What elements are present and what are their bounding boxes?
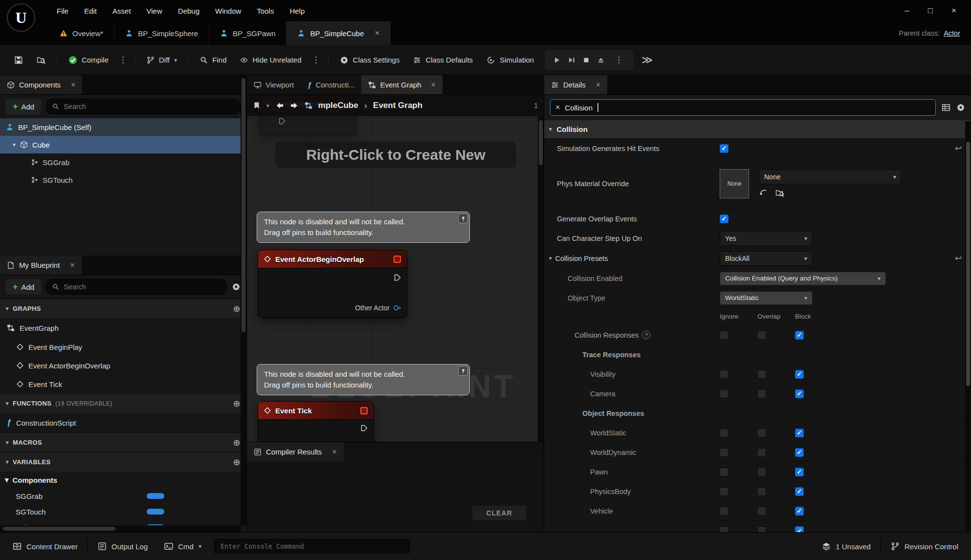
checkbox-ignore[interactable] xyxy=(720,507,728,516)
scrollbar-thumb[interactable] xyxy=(966,142,970,386)
maximize-button[interactable]: □ xyxy=(921,3,940,18)
tab-viewport[interactable]: Viewport xyxy=(247,75,301,94)
expander-icon[interactable]: ▾ xyxy=(549,255,552,261)
construction-script-item[interactable]: ƒ ConstructionScript xyxy=(0,413,246,432)
macros-section-header[interactable]: ▾ MACROS ⊕ xyxy=(0,432,246,452)
node-event-tick[interactable]: Event Tick xyxy=(258,401,374,442)
console-command-box[interactable] xyxy=(214,539,410,554)
use-selected-asset-icon[interactable] xyxy=(759,189,768,197)
display-options-icon[interactable] xyxy=(942,103,950,112)
simulation-button[interactable]: Simulation xyxy=(480,49,540,71)
pushpin-icon[interactable] xyxy=(458,366,468,376)
close-tab-icon[interactable]: × xyxy=(375,28,380,38)
close-icon[interactable]: × xyxy=(332,448,336,456)
variables-section-header[interactable]: ▾ VARIABLES ⊕ xyxy=(0,452,246,472)
components-search[interactable] xyxy=(46,99,241,114)
tree-item-sggrab[interactable]: SGGrab xyxy=(0,153,246,171)
checkbox-block[interactable] xyxy=(795,389,804,398)
left-vertical-scrollbar[interactable] xyxy=(241,75,246,525)
checkbox-block[interactable] xyxy=(795,526,804,532)
revert-icon[interactable]: ↩ xyxy=(955,143,962,153)
find-button[interactable]: Find xyxy=(194,49,233,71)
checkbox-block[interactable] xyxy=(795,468,804,476)
hide-unrelated-button[interactable]: Hide Unrelated xyxy=(234,49,308,71)
other-actor-pin[interactable]: Other Actor xyxy=(355,304,402,312)
tree-item-self[interactable]: BP_SimpleCube (Self) xyxy=(0,118,246,136)
pushpin-icon[interactable] xyxy=(458,214,468,223)
event-tick-item[interactable]: Event Tick xyxy=(0,375,246,393)
collision-presets-dropdown[interactable]: BlockAll ▾ xyxy=(720,251,813,266)
checkbox-overlap[interactable] xyxy=(757,507,766,516)
checkbox-block[interactable] xyxy=(795,507,804,516)
event-actorbeginoverlap-item[interactable]: Event ActorBeginOverlap xyxy=(0,356,246,375)
checkbox-overlap[interactable] xyxy=(757,526,766,532)
play-icon[interactable] xyxy=(553,56,561,64)
tab-components[interactable]: Components × xyxy=(0,75,82,94)
tab-compiler-results[interactable]: Compiler Results × xyxy=(247,442,344,461)
tab-event-graph[interactable]: Event Graph × xyxy=(361,75,442,94)
help-icon[interactable]: ? xyxy=(642,331,650,339)
bookmark-icon[interactable] xyxy=(253,102,261,109)
checkbox-ignore[interactable] xyxy=(720,389,728,398)
revert-icon[interactable]: ↩ xyxy=(955,253,962,263)
add-component-button[interactable]: + Add xyxy=(6,99,41,114)
tab-construction-script[interactable]: ƒ Constructi... xyxy=(301,75,361,94)
browse-to-asset-icon[interactable] xyxy=(775,189,784,197)
checkbox-block[interactable] xyxy=(795,448,804,457)
phys-material-dropdown[interactable]: None ▾ xyxy=(759,170,902,184)
add-macro-icon[interactable]: ⊕ xyxy=(233,437,241,448)
exec-pin-icon[interactable] xyxy=(361,425,368,431)
details-search-box[interactable]: × Collision xyxy=(550,99,936,116)
event-graph-item[interactable]: EventGraph xyxy=(0,318,246,338)
menu-view[interactable]: View xyxy=(139,0,170,22)
scrollbar-thumb[interactable] xyxy=(3,527,115,531)
close-icon[interactable]: × xyxy=(431,81,436,89)
minimize-button[interactable]: – xyxy=(898,3,916,18)
class-settings-button[interactable]: Class Settings xyxy=(333,49,406,71)
unreal-logo[interactable]: U xyxy=(7,3,35,32)
parent-class-link[interactable]: Actor xyxy=(944,29,960,37)
scrollbar-thumb[interactable] xyxy=(539,120,543,165)
exec-pin-icon[interactable] xyxy=(279,118,286,125)
play-options-icon[interactable]: ⋮ xyxy=(612,55,626,65)
functions-section-header[interactable]: ▾ FUNCTIONS (19 OVERRIDABLE) ⊕ xyxy=(0,393,246,413)
checkbox-overlap[interactable] xyxy=(757,331,766,340)
checkbox-block[interactable] xyxy=(795,487,804,496)
tab-details[interactable]: Details × xyxy=(544,75,607,94)
details-vertical-scrollbar[interactable] xyxy=(965,121,971,531)
close-icon[interactable]: × xyxy=(70,261,74,270)
back-arrow-icon[interactable] xyxy=(275,101,284,110)
output-log-button[interactable]: Output Log xyxy=(91,537,154,556)
phys-material-thumbnail[interactable]: None xyxy=(720,169,749,198)
close-button[interactable]: × xyxy=(945,3,963,18)
node-event-actorbeginoverlap[interactable]: Event ActorBeginOverlap Other Actor xyxy=(258,250,407,318)
content-drawer-button[interactable]: Content Drawer xyxy=(6,537,85,556)
scrollbar-thumb[interactable] xyxy=(242,78,245,332)
hide-unrelated-options-icon[interactable]: ⋮ xyxy=(309,55,323,65)
gear-icon[interactable] xyxy=(232,282,241,291)
checkbox-ignore[interactable] xyxy=(720,468,728,476)
bookmark-chevron-icon[interactable]: ▾ xyxy=(266,103,269,109)
clear-search-icon[interactable]: × xyxy=(555,103,560,112)
close-icon[interactable]: × xyxy=(596,81,600,89)
checkbox-overlap[interactable] xyxy=(757,448,766,457)
tree-item-sgtouch[interactable]: SGTouch xyxy=(0,171,246,189)
revision-control-button[interactable]: Revision Control xyxy=(884,537,965,556)
browse-to-asset-button[interactable] xyxy=(30,49,52,71)
menu-help[interactable]: Help xyxy=(282,0,312,22)
checkbox-ignore[interactable] xyxy=(720,370,728,379)
checkbox-overlap[interactable] xyxy=(757,370,766,379)
breadcrumb-asset[interactable]: mpleCube xyxy=(318,101,358,110)
eject-icon[interactable] xyxy=(597,56,605,64)
add-blueprint-item-button[interactable]: + Add xyxy=(6,279,41,295)
my-blueprint-search[interactable] xyxy=(46,279,227,295)
menu-tools[interactable]: Tools xyxy=(249,0,282,22)
tree-item-cube[interactable]: ▾ Cube xyxy=(0,136,246,153)
checkbox-ignore[interactable] xyxy=(720,331,728,340)
menu-asset[interactable]: Asset xyxy=(105,0,139,22)
checkbox-block[interactable] xyxy=(795,370,804,379)
checkbox-simulation-generates-hit-events[interactable] xyxy=(720,144,728,153)
close-icon[interactable]: × xyxy=(71,81,75,89)
compile-button[interactable]: Compile xyxy=(62,49,115,71)
graph-vertical-scrollbar[interactable] xyxy=(538,116,544,442)
